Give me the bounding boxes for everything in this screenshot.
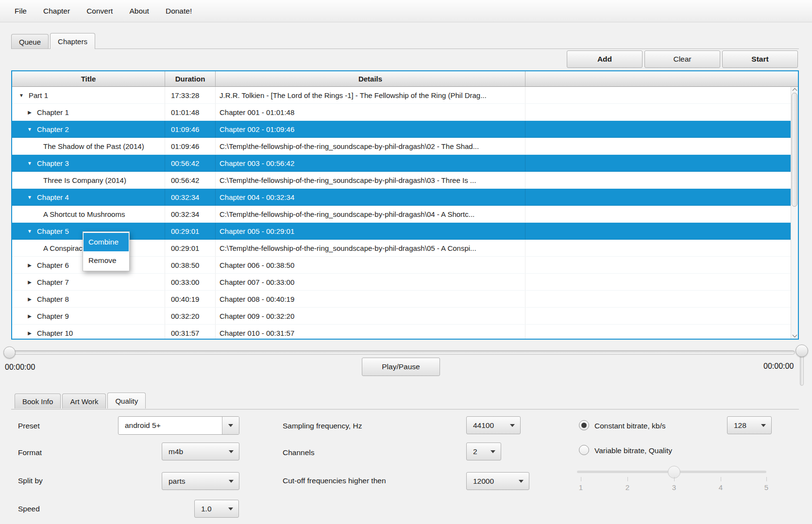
- column-header-duration[interactable]: Duration: [165, 71, 216, 86]
- expand-arrow-icon[interactable]: ▶: [26, 313, 33, 319]
- context-menu-remove[interactable]: Remove: [84, 251, 129, 270]
- row-title: Chapter 3: [37, 159, 69, 167]
- play-pause-button[interactable]: Play/Pause: [362, 358, 440, 376]
- scrollbar-thumb[interactable]: [792, 93, 797, 207]
- split-by-label: Split by: [18, 476, 43, 485]
- title-cell: A Shortcut to Mushrooms: [12, 206, 165, 222]
- filler-cell: [525, 172, 791, 188]
- duration-cell: 00:29:01: [165, 223, 216, 239]
- details-cell: C:\Temp\the-fellowship-of-the-ring_sound…: [216, 138, 525, 154]
- duration-cell: 00:33:00: [165, 274, 216, 290]
- split-by-combobox[interactable]: parts: [162, 472, 239, 490]
- dropdown-arrow-icon: [761, 424, 766, 427]
- tab-chapters[interactable]: Chapters: [50, 33, 95, 49]
- scroll-up-icon[interactable]: [793, 88, 797, 93]
- expand-arrow-icon[interactable]: ▶: [26, 330, 33, 336]
- table-row[interactable]: ▶Chapter 1 01:01:48 Chapter 001 - 01:01:…: [12, 104, 791, 121]
- table-row[interactable]: ▶Chapter 7 00:33:00 Chapter 007 - 00:33:…: [12, 274, 791, 291]
- row-title: Chapter 9: [37, 312, 69, 320]
- expand-arrow-icon[interactable]: ▶: [26, 110, 33, 115]
- menu-chapter[interactable]: Chapter: [35, 3, 78, 19]
- context-menu-combine[interactable]: Combine: [84, 233, 129, 251]
- volume-slider-handle[interactable]: [795, 344, 808, 357]
- menu-convert[interactable]: Convert: [78, 3, 121, 19]
- tab-quality[interactable]: Quality: [107, 393, 146, 409]
- column-header-filler: [525, 71, 798, 86]
- row-title: The Shadow of the Past (2014): [43, 142, 144, 150]
- context-menu: Combine Remove: [83, 231, 130, 271]
- tab-book-info[interactable]: Book Info: [15, 393, 61, 409]
- slider-tick: [674, 477, 675, 481]
- format-combobox[interactable]: m4b: [162, 442, 239, 460]
- row-title: Chapter 6: [37, 261, 69, 269]
- menu-about[interactable]: About: [121, 3, 157, 19]
- variable-bitrate-radio[interactable]: [579, 445, 589, 455]
- clear-button[interactable]: Clear: [644, 50, 720, 68]
- table-row[interactable]: ▼Part 1 17:33:28 J.R.R. Tolkien - [The L…: [12, 87, 791, 104]
- dropdown-arrow-icon: [510, 424, 515, 427]
- channels-combobox[interactable]: 2: [466, 442, 501, 460]
- sampling-value: 44100: [473, 421, 494, 430]
- table-row[interactable]: A Shortcut to Mushrooms 00:32:34 C:\Temp…: [12, 206, 791, 223]
- column-header-title[interactable]: Title: [12, 71, 165, 86]
- tab-art-work[interactable]: Art Work: [62, 393, 106, 409]
- bitrate-combobox[interactable]: 128: [727, 416, 772, 434]
- table-row[interactable]: ▶Chapter 9 00:32:20 Chapter 009 - 00:32:…: [12, 308, 791, 325]
- add-button[interactable]: Add: [567, 50, 643, 68]
- details-cell: Chapter 006 - 00:38:50: [216, 257, 525, 273]
- seek-slider-handle[interactable]: [3, 346, 16, 359]
- slider-tick-label: 1: [576, 483, 586, 491]
- constant-bitrate-radio[interactable]: [579, 420, 589, 430]
- tab-queue[interactable]: Queue: [11, 34, 49, 49]
- menu-file[interactable]: File: [6, 3, 35, 19]
- table-body: ▼Part 1 17:33:28 J.R.R. Tolkien - [The L…: [12, 87, 791, 339]
- vertical-scrollbar[interactable]: [791, 87, 798, 339]
- table-row[interactable]: ▼Chapter 4 00:32:34 Chapter 004 - 00:32:…: [12, 189, 791, 206]
- preset-combobox[interactable]: android 5+: [118, 416, 239, 435]
- details-cell: Chapter 008 - 00:40:19: [216, 291, 525, 307]
- dropdown-arrow-icon: [491, 450, 495, 453]
- filler-cell: [525, 308, 791, 324]
- details-cell: Chapter 009 - 00:32:20: [216, 308, 525, 324]
- scroll-down-icon[interactable]: [793, 333, 797, 338]
- cutoff-combobox[interactable]: 12000: [466, 472, 529, 490]
- column-header-details[interactable]: Details: [216, 71, 525, 86]
- row-title: Chapter 5: [37, 227, 69, 235]
- dropdown-arrow-icon: [229, 480, 234, 483]
- duration-cell: 01:09:46: [165, 138, 216, 154]
- table-row[interactable]: ▶Chapter 10 00:31:57 Chapter 010 - 00:31…: [12, 325, 791, 339]
- menu-donate[interactable]: Donate!: [157, 3, 200, 19]
- sampling-combobox[interactable]: 44100: [466, 416, 521, 434]
- dropdown-arrow-icon: [228, 508, 233, 510]
- sampling-label: Sampling frequency, Hz: [283, 422, 362, 430]
- collapse-arrow-icon[interactable]: ▼: [26, 161, 33, 166]
- remaining-time: 00:00:00: [763, 362, 794, 371]
- expand-arrow-icon[interactable]: ▶: [26, 279, 33, 285]
- duration-cell: 00:32:20: [165, 308, 216, 324]
- table-row[interactable]: ▶Chapter 8 00:40:19 Chapter 008 - 00:40:…: [12, 291, 791, 308]
- collapse-arrow-icon[interactable]: ▼: [18, 93, 25, 98]
- speed-combobox[interactable]: 1.0: [194, 500, 239, 518]
- collapse-arrow-icon[interactable]: ▼: [26, 229, 33, 234]
- row-title: Chapter 4: [37, 193, 69, 201]
- details-cell: Chapter 001 - 01:01:48: [216, 104, 525, 120]
- duration-cell: 00:32:34: [165, 189, 216, 205]
- filler-cell: [525, 325, 791, 339]
- seek-slider[interactable]: [4, 350, 795, 355]
- table-row[interactable]: ▼Chapter 3 00:56:42 Chapter 003 - 00:56:…: [12, 155, 791, 172]
- title-cell: ▼Chapter 4: [12, 189, 165, 205]
- row-title: Part 1: [29, 91, 48, 99]
- start-button[interactable]: Start: [722, 50, 798, 68]
- table-row[interactable]: ▼Chapter 2 01:09:46 Chapter 002 - 01:09:…: [12, 121, 791, 138]
- collapse-arrow-icon[interactable]: ▼: [26, 195, 33, 200]
- top-tab-bar: Queue Chapters: [11, 34, 97, 49]
- expand-arrow-icon[interactable]: ▶: [26, 262, 33, 268]
- filler-cell: [525, 223, 791, 239]
- table-row[interactable]: The Shadow of the Past (2014) 01:09:46 C…: [12, 138, 791, 155]
- table-row[interactable]: Three Is Company (2014) 00:56:42 C:\Temp…: [12, 172, 791, 189]
- dropdown-arrow-icon: [228, 424, 233, 427]
- bottom-tab-divider: [11, 409, 799, 409]
- expand-arrow-icon[interactable]: ▶: [26, 296, 33, 302]
- collapse-arrow-icon[interactable]: ▼: [26, 127, 33, 132]
- preset-dropdown-button[interactable]: [222, 417, 239, 434]
